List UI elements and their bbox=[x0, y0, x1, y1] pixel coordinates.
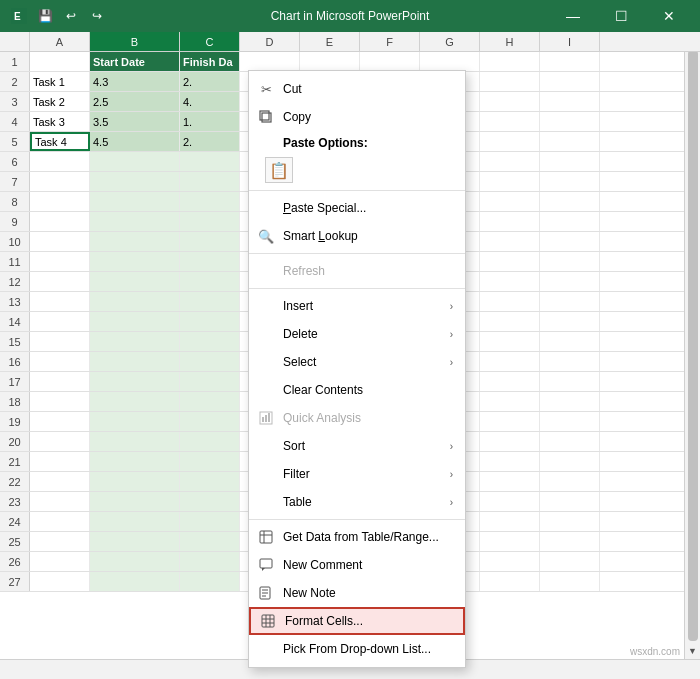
context-menu-table[interactable]: Table › bbox=[249, 488, 465, 516]
svg-rect-8 bbox=[260, 531, 272, 543]
context-menu: ✂ Cut Copy Paste Options: 📋 Paste Specia… bbox=[248, 70, 466, 668]
context-menu-paste[interactable]: 📋 bbox=[249, 153, 465, 187]
cut-icon: ✂ bbox=[257, 80, 275, 98]
col-header-g[interactable]: G bbox=[420, 32, 480, 51]
col-header-f[interactable]: F bbox=[360, 32, 420, 51]
cell-h2[interactable] bbox=[480, 72, 540, 91]
clear-icon bbox=[257, 381, 275, 399]
cell-f1[interactable] bbox=[360, 52, 420, 71]
redo-button[interactable]: ↪ bbox=[86, 5, 108, 27]
context-menu-filter[interactable]: Filter › bbox=[249, 460, 465, 488]
select-label: Select bbox=[283, 355, 442, 369]
divider-4 bbox=[249, 519, 465, 520]
context-menu-clear-contents[interactable]: Clear Contents bbox=[249, 376, 465, 404]
cell-c1[interactable]: Finish Da bbox=[180, 52, 240, 71]
new-comment-icon bbox=[257, 556, 275, 574]
cell-i3[interactable] bbox=[540, 92, 600, 111]
context-menu-delete[interactable]: Delete › bbox=[249, 320, 465, 348]
cell-b2[interactable]: 4.3 bbox=[90, 72, 180, 91]
cell-a1[interactable] bbox=[30, 52, 90, 71]
context-menu-smart-lookup[interactable]: 🔍 Smart Lookup bbox=[249, 222, 465, 250]
scroll-down-arrow[interactable]: ▼ bbox=[685, 643, 701, 659]
cell-b1[interactable]: Start Date bbox=[90, 52, 180, 71]
row-num-4: 4 bbox=[0, 112, 30, 131]
cell-g1[interactable] bbox=[420, 52, 480, 71]
context-menu-copy[interactable]: Copy bbox=[249, 103, 465, 131]
paste-special-label: Paste Special... bbox=[283, 201, 453, 215]
pick-dropdown-icon bbox=[257, 640, 275, 658]
context-menu-select[interactable]: Select › bbox=[249, 348, 465, 376]
col-header-c[interactable]: C bbox=[180, 32, 240, 51]
row-num-3: 3 bbox=[0, 92, 30, 111]
cell-c2[interactable]: 2. bbox=[180, 72, 240, 91]
cell-d1[interactable] bbox=[240, 52, 300, 71]
smart-lookup-icon: 🔍 bbox=[257, 227, 275, 245]
cell-c5[interactable]: 2. bbox=[180, 132, 240, 151]
col-header-i[interactable]: I bbox=[540, 32, 600, 51]
close-button[interactable]: ✕ bbox=[646, 0, 692, 32]
cell-c4[interactable]: 1. bbox=[180, 112, 240, 131]
delete-label: Delete bbox=[283, 327, 442, 341]
context-menu-pick-dropdown[interactable]: Pick From Drop-down List... bbox=[249, 635, 465, 663]
cell-c3[interactable]: 4. bbox=[180, 92, 240, 111]
refresh-icon bbox=[257, 262, 275, 280]
cell-a2[interactable]: Task 1 bbox=[30, 72, 90, 91]
filter-icon bbox=[257, 465, 275, 483]
divider-2 bbox=[249, 253, 465, 254]
context-menu-insert[interactable]: Insert › bbox=[249, 292, 465, 320]
cell-b4[interactable]: 3.5 bbox=[90, 112, 180, 131]
select-icon bbox=[257, 353, 275, 371]
cell-a4[interactable]: Task 3 bbox=[30, 112, 90, 131]
get-data-label: Get Data from Table/Range... bbox=[283, 530, 453, 544]
paste-icon-button[interactable]: 📋 bbox=[265, 157, 293, 183]
paste-header-icon bbox=[257, 134, 275, 152]
cell-i5[interactable] bbox=[540, 132, 600, 151]
divider-1 bbox=[249, 190, 465, 191]
cell-a5[interactable]: Task 4 bbox=[30, 132, 90, 151]
context-menu-paste-special[interactable]: Paste Special... bbox=[249, 194, 465, 222]
cell-h3[interactable] bbox=[480, 92, 540, 111]
new-note-icon bbox=[257, 584, 275, 602]
col-header-e[interactable]: E bbox=[300, 32, 360, 51]
table-label: Table bbox=[283, 495, 442, 509]
cell-b3[interactable]: 2.5 bbox=[90, 92, 180, 111]
cut-label: Cut bbox=[283, 82, 453, 96]
context-menu-cut[interactable]: ✂ Cut bbox=[249, 75, 465, 103]
cell-i2[interactable] bbox=[540, 72, 600, 91]
context-menu-new-comment[interactable]: New Comment bbox=[249, 551, 465, 579]
clear-contents-label: Clear Contents bbox=[283, 383, 453, 397]
insert-icon bbox=[257, 297, 275, 315]
new-comment-label: New Comment bbox=[283, 558, 453, 572]
cell-h5[interactable] bbox=[480, 132, 540, 151]
filter-arrow: › bbox=[450, 469, 453, 480]
vertical-scrollbar[interactable]: ▲ ▼ bbox=[684, 32, 700, 659]
cell-e1[interactable] bbox=[300, 52, 360, 71]
context-menu-sort[interactable]: Sort › bbox=[249, 432, 465, 460]
cell-h4[interactable] bbox=[480, 112, 540, 131]
col-header-h[interactable]: H bbox=[480, 32, 540, 51]
undo-button[interactable]: ↩ bbox=[60, 5, 82, 27]
cell-h1[interactable] bbox=[480, 52, 540, 71]
scroll-thumb[interactable] bbox=[688, 50, 698, 641]
cell-b5[interactable]: 4.5 bbox=[90, 132, 180, 151]
col-header-d[interactable]: D bbox=[240, 32, 300, 51]
context-menu-new-note[interactable]: New Note bbox=[249, 579, 465, 607]
col-header-b[interactable]: B bbox=[90, 32, 180, 51]
new-note-label: New Note bbox=[283, 586, 453, 600]
sort-arrow: › bbox=[450, 441, 453, 452]
context-menu-format-cells[interactable]: Format Cells... bbox=[249, 607, 465, 635]
select-arrow: › bbox=[450, 357, 453, 368]
spreadsheet: A B C D E F G H I 1 Start Date Finish Da… bbox=[0, 32, 700, 679]
svg-rect-3 bbox=[260, 111, 269, 120]
save-button[interactable]: 💾 bbox=[34, 5, 56, 27]
pick-dropdown-label: Pick From Drop-down List... bbox=[283, 642, 453, 656]
minimize-button[interactable]: — bbox=[550, 0, 596, 32]
cell-i1[interactable] bbox=[540, 52, 600, 71]
maximize-button[interactable]: ☐ bbox=[598, 0, 644, 32]
context-menu-get-data[interactable]: Get Data from Table/Range... bbox=[249, 523, 465, 551]
svg-rect-11 bbox=[260, 559, 272, 568]
cell-i4[interactable] bbox=[540, 112, 600, 131]
cell-a3[interactable]: Task 2 bbox=[30, 92, 90, 111]
sort-label: Sort bbox=[283, 439, 442, 453]
col-header-a[interactable]: A bbox=[30, 32, 90, 51]
